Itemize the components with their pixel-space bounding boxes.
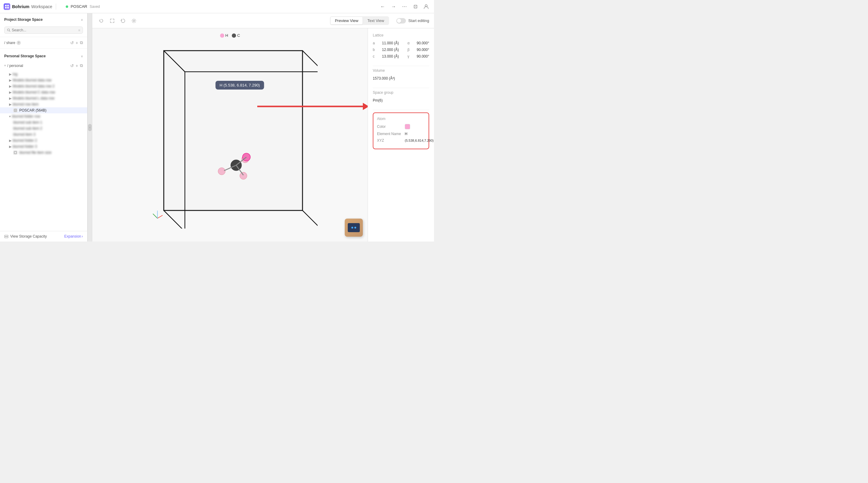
view-storage-button[interactable]: View Storage Capacity [4, 234, 47, 238]
start-editing-toggle[interactable] [396, 18, 406, 24]
refresh-share-button[interactable]: ↺ [70, 40, 74, 45]
file-item-blurred[interactable]: blurred file item size [0, 150, 87, 156]
text-view-tab[interactable]: Text View [363, 17, 388, 25]
tree-item-11[interactable]: ▶ blurred folder 3 [0, 143, 87, 150]
molecule-viewer[interactable]: H C [92, 28, 368, 242]
lattice-row-b: b 12.000 (Å) β 90.000° [373, 46, 429, 53]
main-layout: Project Storage Space ∨ ≡ / share ? ↺ + … [0, 13, 434, 242]
search-input[interactable] [12, 28, 77, 32]
file-status-dot [66, 5, 68, 8]
user-button[interactable] [422, 2, 430, 11]
folder-icon-1: ▶ [9, 78, 11, 82]
tree-item-3[interactable]: ▶ Models blurred C data row [0, 89, 87, 95]
tree-item-label-7: blurred sub item 1 [13, 120, 83, 125]
folder-icon-3: ▶ [9, 91, 11, 94]
start-editing-label: Start editing [408, 19, 429, 23]
expand-icon-button[interactable] [108, 17, 116, 25]
personal-storage-title: Personal Storage Space [4, 54, 45, 58]
copy-personal-button[interactable]: ⧉ [80, 63, 83, 68]
tree-item-9[interactable]: blurred item 3 [0, 131, 87, 137]
project-storage-header[interactable]: Project Storage Space ∨ [4, 16, 83, 23]
svg-line-16 [164, 211, 185, 229]
robot-eye-left [351, 227, 353, 229]
content-area: Preview View Text View Start editing H [92, 13, 434, 242]
topbar-center: POSCAR Saved [60, 4, 376, 9]
svg-rect-3 [7, 7, 9, 8]
app-name: Bohrium [12, 4, 30, 9]
atom-element-label: Element Name [377, 132, 401, 136]
svg-rect-2 [5, 7, 7, 8]
volume-value: 1573.000 (Å³) [373, 76, 395, 80]
svg-rect-11 [4, 237, 8, 238]
expand-personal-icon: ▾ [4, 64, 6, 68]
volume-title: Volume [373, 68, 429, 73]
svg-point-12 [133, 20, 135, 22]
rotate-icon-button[interactable] [97, 17, 105, 25]
expansion-label: Expansion [64, 234, 81, 238]
refresh-personal-button[interactable]: ↺ [70, 63, 74, 68]
divider-1 [0, 37, 87, 37]
start-editing-toggle-group: Start editing [396, 18, 429, 24]
expansion-button[interactable]: Expansion › [64, 234, 83, 238]
atom-legend: H C [220, 33, 240, 38]
personal-actions: ↺ + ⧉ [70, 63, 83, 68]
legend-label-h: H [225, 33, 228, 38]
panel-divider-1 [373, 66, 429, 66]
lattice-c-value: 13.000 (Å) [382, 54, 399, 59]
lattice-title: Lattice [373, 33, 429, 37]
tree-item-6[interactable]: ▾ blurred folder row [0, 114, 87, 119]
lattice-alpha-value: 90.000° [416, 41, 429, 45]
toolbar-icons [97, 17, 138, 25]
more-button[interactable]: ⋯ [400, 2, 409, 11]
lattice-section: Lattice a 11.000 (Å) α 90.000° b 12.000 … [368, 33, 434, 63]
copy-share-button[interactable]: ⧉ [80, 40, 83, 45]
project-storage-arrow: ∨ [81, 18, 83, 22]
3d-model-icon [345, 219, 363, 237]
atom-element-value: H [405, 132, 407, 136]
tree-item-label-2: Models blurred data row 2 [13, 84, 83, 88]
toggle-knob [397, 19, 401, 23]
tree-item-log[interactable]: ▶ log [0, 71, 87, 77]
space-group-row: Pm(6) [373, 97, 429, 104]
collapse-handle-inner: ‹ [88, 124, 92, 131]
lattice-b-value: 12.000 (Å) [382, 47, 399, 52]
robot-face [348, 223, 360, 232]
expand-window-button[interactable]: ⊡ [411, 2, 420, 11]
axis-svg [150, 206, 165, 221]
svg-line-29 [153, 214, 157, 218]
tree-item-1[interactable]: ▶ Models blurred data row [0, 77, 87, 83]
tree-item-2[interactable]: ▶ Models blurred data row 2 [0, 83, 87, 89]
add-personal-button[interactable]: + [76, 63, 78, 68]
lattice-a-label: a [373, 41, 377, 45]
reset-icon-button[interactable] [119, 17, 127, 25]
molecule-box: H (5.538, 6.814, 7.290) [143, 42, 318, 229]
collapse-handle[interactable]: ‹ [88, 13, 92, 242]
tree-item-5[interactable]: ▶ blurred row item [0, 101, 87, 107]
folder-icon-10: ▶ [9, 139, 11, 142]
share-path[interactable]: / share ? ↺ + ⧉ [0, 38, 87, 47]
tree-item-10[interactable]: ▶ blurred folder 2 [0, 137, 87, 143]
space-group-section: Space group Pm(6) [368, 91, 434, 107]
tree-item-label-6: blurred folder row [12, 114, 83, 119]
file-title: POSCAR [70, 4, 87, 9]
lattice-a-value: 11.000 (Å) [382, 41, 399, 45]
forward-button[interactable]: → [390, 2, 398, 11]
tree-item-7[interactable]: blurred sub item 1 [0, 119, 87, 125]
tree-item-8[interactable]: blurred sub item 2 [0, 125, 87, 131]
personal-storage-header[interactable]: Personal Storage Space ∨ [4, 53, 83, 59]
tree-item-label-1: Models blurred data row [13, 78, 83, 82]
file-item-poscar[interactable]: POSCAR (564B) [0, 107, 87, 114]
preview-view-tab[interactable]: Preview View [331, 17, 363, 25]
svg-rect-9 [14, 151, 17, 154]
back-button[interactable]: ← [378, 2, 387, 11]
legend-item-c: C [232, 33, 240, 38]
add-share-button[interactable]: + [76, 40, 78, 45]
tree-item-4[interactable]: ▶ Models blurred L data row [0, 95, 87, 101]
folder-icon-2: ▶ [9, 85, 11, 88]
settings-icon-button[interactable] [130, 17, 138, 25]
app-logo: Bohrium Workspace [4, 3, 52, 10]
folder-icon-4: ▶ [9, 96, 11, 100]
search-inner: ≡ [4, 27, 83, 34]
personal-path[interactable]: ▾ / personal ↺ + ⧉ [0, 61, 87, 70]
lattice-gamma-value: 90.000° [416, 54, 429, 59]
